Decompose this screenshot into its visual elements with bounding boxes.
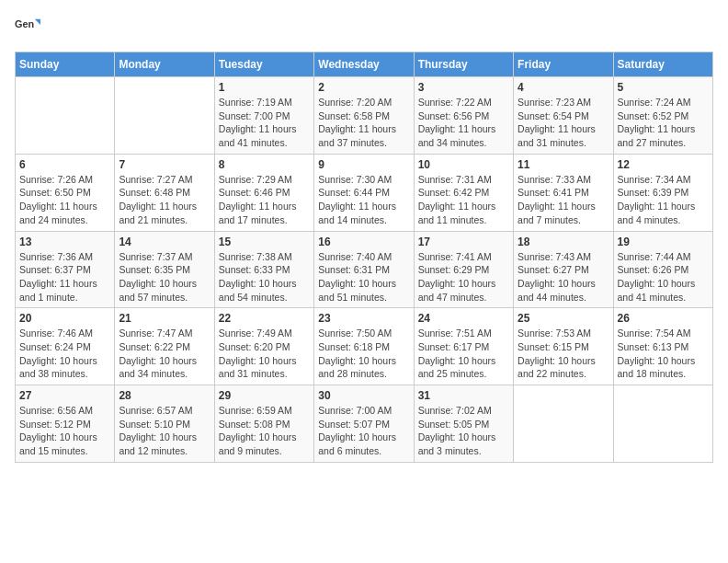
day-number: 27 [19, 389, 110, 402]
day-info: Sunrise: 7:47 AM Sunset: 6:22 PM Dayligh… [119, 327, 210, 381]
calendar-cell: 17Sunrise: 7:41 AM Sunset: 6:29 PM Dayli… [414, 231, 513, 308]
svg-text:Gen: Gen [15, 18, 34, 29]
page-header: Gen [15, 15, 713, 40]
day-info: Sunrise: 7:00 AM Sunset: 5:07 PM Dayligh… [318, 404, 409, 458]
calendar-cell: 14Sunrise: 7:37 AM Sunset: 6:35 PM Dayli… [115, 231, 214, 308]
calendar-cell: 18Sunrise: 7:43 AM Sunset: 6:27 PM Dayli… [514, 231, 613, 308]
day-number: 16 [318, 236, 409, 248]
day-number: 6 [19, 158, 110, 171]
day-number: 13 [19, 236, 110, 248]
day-info: Sunrise: 7:43 AM Sunset: 6:27 PM Dayligh… [518, 250, 609, 304]
day-number: 10 [418, 158, 509, 171]
day-number: 1 [219, 81, 310, 94]
calendar-cell [115, 77, 214, 155]
calendar-cell: 13Sunrise: 7:36 AM Sunset: 6:37 PM Dayli… [16, 231, 115, 308]
calendar-cell: 24Sunrise: 7:51 AM Sunset: 6:17 PM Dayli… [414, 308, 513, 385]
day-of-week-header: Sunday [16, 52, 115, 77]
day-number: 3 [418, 81, 509, 94]
day-info: Sunrise: 7:20 AM Sunset: 6:58 PM Dayligh… [318, 96, 409, 150]
calendar-cell: 30Sunrise: 7:00 AM Sunset: 5:07 PM Dayli… [314, 385, 414, 463]
day-number: 26 [618, 312, 709, 325]
day-info: Sunrise: 7:33 AM Sunset: 6:41 PM Dayligh… [518, 173, 609, 227]
calendar-cell: 1Sunrise: 7:19 AM Sunset: 7:00 PM Daylig… [214, 77, 313, 155]
logo-icon: Gen [15, 15, 40, 40]
calendar-header-row: SundayMondayTuesdayWednesdayThursdayFrid… [16, 52, 713, 77]
calendar-week-row: 27Sunrise: 6:56 AM Sunset: 5:12 PM Dayli… [16, 385, 713, 463]
calendar-cell: 20Sunrise: 7:46 AM Sunset: 6:24 PM Dayli… [16, 308, 115, 385]
day-of-week-header: Saturday [613, 52, 712, 77]
day-number: 22 [219, 312, 310, 325]
day-number: 21 [119, 312, 210, 325]
calendar-cell: 7Sunrise: 7:27 AM Sunset: 6:48 PM Daylig… [115, 154, 214, 231]
day-number: 19 [618, 236, 709, 248]
day-number: 2 [318, 81, 409, 94]
calendar-cell: 28Sunrise: 6:57 AM Sunset: 5:10 PM Dayli… [115, 385, 214, 463]
calendar-week-row: 1Sunrise: 7:19 AM Sunset: 7:00 PM Daylig… [16, 77, 713, 155]
day-number: 24 [418, 312, 509, 325]
calendar-cell: 2Sunrise: 7:20 AM Sunset: 6:58 PM Daylig… [314, 77, 414, 155]
day-info: Sunrise: 7:50 AM Sunset: 6:18 PM Dayligh… [318, 327, 409, 381]
day-info: Sunrise: 7:30 AM Sunset: 6:44 PM Dayligh… [318, 173, 409, 227]
day-number: 7 [119, 158, 210, 171]
day-number: 12 [618, 158, 709, 171]
calendar-cell: 10Sunrise: 7:31 AM Sunset: 6:42 PM Dayli… [414, 154, 513, 231]
calendar-cell: 21Sunrise: 7:47 AM Sunset: 6:22 PM Dayli… [115, 308, 214, 385]
calendar-cell: 25Sunrise: 7:53 AM Sunset: 6:15 PM Dayli… [514, 308, 613, 385]
day-number: 5 [618, 81, 709, 94]
calendar-table: SundayMondayTuesdayWednesdayThursdayFrid… [15, 52, 713, 463]
calendar-cell: 8Sunrise: 7:29 AM Sunset: 6:46 PM Daylig… [214, 154, 313, 231]
svg-marker-1 [35, 19, 40, 25]
day-info: Sunrise: 7:51 AM Sunset: 6:17 PM Dayligh… [418, 327, 509, 381]
day-info: Sunrise: 7:31 AM Sunset: 6:42 PM Dayligh… [418, 173, 509, 227]
day-info: Sunrise: 6:59 AM Sunset: 5:08 PM Dayligh… [219, 404, 310, 458]
day-info: Sunrise: 7:46 AM Sunset: 6:24 PM Dayligh… [19, 327, 110, 381]
day-info: Sunrise: 7:19 AM Sunset: 7:00 PM Dayligh… [219, 96, 310, 150]
day-info: Sunrise: 7:26 AM Sunset: 6:50 PM Dayligh… [19, 173, 110, 227]
day-number: 4 [518, 81, 609, 94]
day-of-week-header: Wednesday [314, 52, 414, 77]
day-info: Sunrise: 7:41 AM Sunset: 6:29 PM Dayligh… [418, 250, 509, 304]
calendar-cell: 6Sunrise: 7:26 AM Sunset: 6:50 PM Daylig… [16, 154, 115, 231]
day-info: Sunrise: 7:36 AM Sunset: 6:37 PM Dayligh… [19, 250, 110, 304]
day-number: 9 [318, 158, 409, 171]
day-number: 14 [119, 236, 210, 248]
calendar-cell: 4Sunrise: 7:23 AM Sunset: 6:54 PM Daylig… [514, 77, 613, 155]
day-info: Sunrise: 7:34 AM Sunset: 6:39 PM Dayligh… [618, 173, 709, 227]
day-number: 23 [318, 312, 409, 325]
day-number: 20 [19, 312, 110, 325]
calendar-cell: 5Sunrise: 7:24 AM Sunset: 6:52 PM Daylig… [613, 77, 712, 155]
day-info: Sunrise: 7:23 AM Sunset: 6:54 PM Dayligh… [518, 96, 609, 150]
calendar-cell: 9Sunrise: 7:30 AM Sunset: 6:44 PM Daylig… [314, 154, 414, 231]
calendar-cell: 23Sunrise: 7:50 AM Sunset: 6:18 PM Dayli… [314, 308, 414, 385]
day-of-week-header: Tuesday [214, 52, 313, 77]
day-info: Sunrise: 7:22 AM Sunset: 6:56 PM Dayligh… [418, 96, 509, 150]
calendar-cell: 22Sunrise: 7:49 AM Sunset: 6:20 PM Dayli… [214, 308, 313, 385]
calendar-cell: 3Sunrise: 7:22 AM Sunset: 6:56 PM Daylig… [414, 77, 513, 155]
day-info: Sunrise: 7:24 AM Sunset: 6:52 PM Dayligh… [618, 96, 709, 150]
day-info: Sunrise: 7:02 AM Sunset: 5:05 PM Dayligh… [418, 404, 509, 458]
day-info: Sunrise: 7:53 AM Sunset: 6:15 PM Dayligh… [518, 327, 609, 381]
day-info: Sunrise: 6:56 AM Sunset: 5:12 PM Dayligh… [19, 404, 110, 458]
day-info: Sunrise: 7:27 AM Sunset: 6:48 PM Dayligh… [119, 173, 210, 227]
logo: Gen [15, 15, 44, 40]
day-of-week-header: Thursday [414, 52, 513, 77]
calendar-week-row: 20Sunrise: 7:46 AM Sunset: 6:24 PM Dayli… [16, 308, 713, 385]
day-info: Sunrise: 7:38 AM Sunset: 6:33 PM Dayligh… [219, 250, 310, 304]
day-info: Sunrise: 7:37 AM Sunset: 6:35 PM Dayligh… [119, 250, 210, 304]
calendar-cell: 27Sunrise: 6:56 AM Sunset: 5:12 PM Dayli… [16, 385, 115, 463]
calendar-cell [613, 385, 712, 463]
day-number: 15 [219, 236, 310, 248]
day-number: 18 [518, 236, 609, 248]
day-info: Sunrise: 7:29 AM Sunset: 6:46 PM Dayligh… [219, 173, 310, 227]
day-number: 30 [318, 389, 409, 402]
day-number: 25 [518, 312, 609, 325]
calendar-week-row: 6Sunrise: 7:26 AM Sunset: 6:50 PM Daylig… [16, 154, 713, 231]
calendar-cell: 26Sunrise: 7:54 AM Sunset: 6:13 PM Dayli… [613, 308, 712, 385]
day-info: Sunrise: 7:54 AM Sunset: 6:13 PM Dayligh… [618, 327, 709, 381]
day-info: Sunrise: 7:44 AM Sunset: 6:26 PM Dayligh… [618, 250, 709, 304]
day-of-week-header: Friday [514, 52, 613, 77]
calendar-cell: 16Sunrise: 7:40 AM Sunset: 6:31 PM Dayli… [314, 231, 414, 308]
calendar-week-row: 13Sunrise: 7:36 AM Sunset: 6:37 PM Dayli… [16, 231, 713, 308]
day-info: Sunrise: 7:40 AM Sunset: 6:31 PM Dayligh… [318, 250, 409, 304]
day-number: 17 [418, 236, 509, 248]
